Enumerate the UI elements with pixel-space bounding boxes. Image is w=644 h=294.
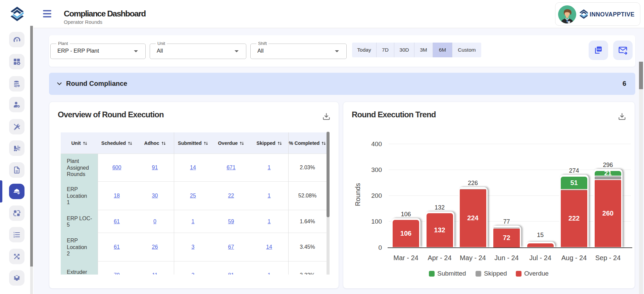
svg-text:PDF: PDF: [597, 48, 601, 50]
